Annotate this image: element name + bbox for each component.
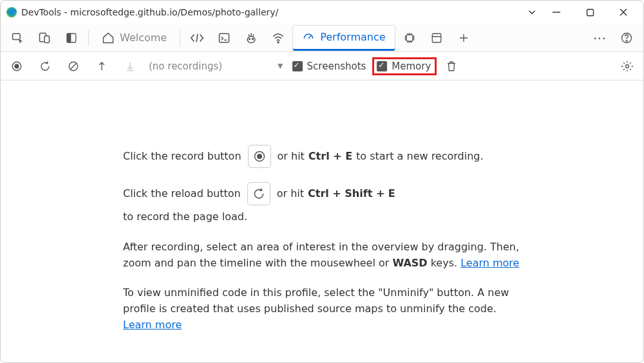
text: To view unminified code in this profile,… bbox=[123, 286, 509, 315]
app-icon bbox=[6, 6, 17, 18]
svg-rect-8 bbox=[44, 35, 50, 42]
text: to start a new recording. bbox=[356, 149, 483, 165]
svg-point-46 bbox=[626, 64, 629, 68]
load-profile-button[interactable] bbox=[92, 57, 111, 76]
window-close-button[interactable] bbox=[609, 2, 638, 23]
window-maximize-button[interactable] bbox=[575, 2, 605, 23]
memory-label: Memory bbox=[392, 60, 431, 72]
instruction-reload: Click the reload button or hit Ctrl + Sh… bbox=[123, 182, 521, 225]
settings-gear-icon[interactable] bbox=[618, 57, 637, 76]
tab-performance-label: Performance bbox=[320, 31, 385, 43]
more-tools-button[interactable]: ⋯ bbox=[587, 25, 612, 51]
save-profile-button[interactable] bbox=[120, 57, 140, 76]
checkbox-checked-icon bbox=[292, 61, 303, 71]
inspect-element-button[interactable] bbox=[5, 25, 30, 51]
instruction-record: Click the record button or hit Ctrl + E … bbox=[123, 145, 521, 168]
text: or hit bbox=[278, 149, 305, 165]
recordings-dropdown[interactable]: (no recordings) ▼ bbox=[149, 60, 283, 72]
recordings-dropdown-label: (no recordings) bbox=[149, 60, 222, 72]
svg-rect-6 bbox=[13, 33, 21, 39]
instruction-overview: After recording, select an area of inter… bbox=[123, 239, 521, 272]
tab-elements[interactable] bbox=[184, 25, 210, 51]
dropdown-caret-icon: ▼ bbox=[278, 62, 283, 70]
svg-point-16 bbox=[249, 38, 251, 39]
collect-garbage-button[interactable] bbox=[442, 57, 461, 76]
record-icon-button bbox=[248, 145, 271, 168]
new-tab-button[interactable] bbox=[451, 25, 477, 51]
reload-button[interactable] bbox=[35, 57, 55, 76]
keyboard-shortcut: Ctrl + Shift + E bbox=[308, 186, 395, 202]
svg-line-42 bbox=[71, 63, 77, 69]
svg-rect-11 bbox=[67, 33, 70, 42]
chevron-down-icon[interactable] bbox=[526, 6, 538, 18]
learn-more-link[interactable]: Learn more bbox=[123, 319, 182, 331]
text: keys. bbox=[428, 257, 461, 269]
checkbox-checked-icon bbox=[377, 61, 387, 71]
help-button[interactable] bbox=[614, 25, 639, 51]
window-minimize-button[interactable] bbox=[542, 2, 571, 23]
svg-line-19 bbox=[308, 35, 311, 38]
svg-rect-33 bbox=[432, 33, 441, 42]
instruction-unminify: To view unminified code in this profile,… bbox=[123, 285, 521, 333]
svg-rect-3 bbox=[587, 9, 593, 15]
text: Click the reload button bbox=[123, 186, 241, 202]
svg-point-48 bbox=[257, 154, 261, 159]
text: Click the record button bbox=[123, 149, 242, 165]
memory-checkbox[interactable]: Memory bbox=[372, 57, 437, 75]
performance-instructions: Click the record button or hit Ctrl + E … bbox=[1, 80, 643, 363]
reload-icon-button bbox=[247, 182, 270, 205]
performance-toolbar: (no recordings) ▼ Screenshots Memory bbox=[1, 52, 643, 80]
tab-sources[interactable] bbox=[238, 25, 264, 51]
window-titlebar: DevTools - microsoftedge.github.io/Demos… bbox=[1, 1, 643, 24]
screenshots-label: Screenshots bbox=[307, 60, 366, 72]
svg-rect-13 bbox=[220, 33, 229, 42]
tab-application[interactable] bbox=[424, 25, 450, 51]
svg-point-40 bbox=[15, 64, 19, 68]
svg-point-15 bbox=[247, 36, 255, 42]
keyboard-shortcut: WASD bbox=[392, 257, 427, 269]
keyboard-shortcut: Ctrl + E bbox=[308, 149, 352, 165]
svg-point-18 bbox=[278, 41, 279, 42]
clear-button[interactable] bbox=[64, 57, 83, 76]
dock-side-button[interactable] bbox=[59, 25, 84, 51]
tab-memory[interactable] bbox=[397, 25, 422, 51]
tab-welcome[interactable]: Welcome bbox=[93, 25, 176, 51]
tab-console[interactable] bbox=[211, 25, 237, 51]
device-toggle-button[interactable] bbox=[32, 25, 57, 51]
record-button[interactable] bbox=[7, 57, 26, 76]
tab-network[interactable] bbox=[265, 25, 291, 51]
window-title: DevTools - microsoftedge.github.io/Demos… bbox=[21, 7, 278, 17]
text: or hit bbox=[277, 186, 304, 202]
svg-rect-20 bbox=[406, 35, 413, 41]
learn-more-link[interactable]: Learn more bbox=[460, 257, 519, 269]
text: to record the page load. bbox=[123, 209, 247, 225]
svg-point-17 bbox=[252, 38, 254, 39]
tab-welcome-label: Welcome bbox=[120, 32, 167, 44]
tab-performance[interactable]: Performance bbox=[292, 25, 395, 51]
devtools-tabbar: Welcome Performance ⋯ bbox=[1, 24, 643, 52]
screenshots-checkbox[interactable]: Screenshots bbox=[292, 60, 366, 72]
svg-point-38 bbox=[626, 40, 627, 41]
svg-line-12 bbox=[196, 33, 198, 42]
